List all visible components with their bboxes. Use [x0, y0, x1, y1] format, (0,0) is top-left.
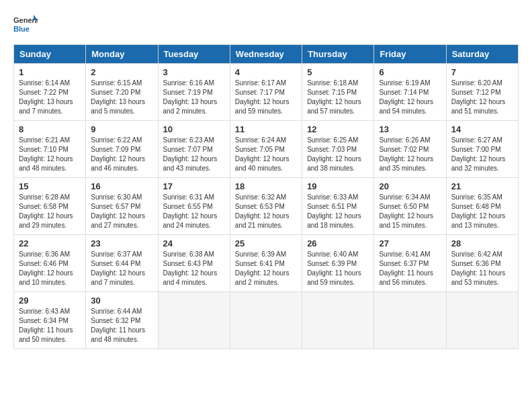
calendar-week-row: 22Sunrise: 6:36 AM Sunset: 6:46 PM Dayli…	[14, 235, 519, 292]
calendar-body: 1Sunrise: 6:14 AM Sunset: 7:22 PM Daylig…	[14, 64, 519, 349]
day-number: 14	[451, 124, 513, 134]
calendar-header-saturday: Saturday	[446, 45, 518, 64]
calendar-day: 16Sunrise: 6:30 AM Sunset: 6:57 PM Dayli…	[86, 178, 158, 235]
day-info: Sunrise: 6:43 AM Sunset: 6:34 PM Dayligh…	[19, 307, 81, 345]
calendar-day: 14Sunrise: 6:27 AM Sunset: 7:00 PM Dayli…	[446, 121, 518, 178]
day-number: 23	[91, 238, 152, 248]
day-number: 24	[163, 238, 225, 248]
day-number: 28	[451, 238, 513, 248]
page-header: General Blue	[13, 13, 519, 38]
calendar-day: 29Sunrise: 6:43 AM Sunset: 6:34 PM Dayli…	[14, 292, 86, 349]
calendar-day: 28Sunrise: 6:42 AM Sunset: 6:36 PM Dayli…	[446, 235, 518, 292]
day-info: Sunrise: 6:42 AM Sunset: 6:36 PM Dayligh…	[451, 250, 513, 287]
day-number: 13	[379, 124, 441, 134]
day-info: Sunrise: 6:37 AM Sunset: 6:44 PM Dayligh…	[91, 250, 152, 287]
calendar-day	[230, 292, 302, 349]
calendar-day: 6Sunrise: 6:19 AM Sunset: 7:14 PM Daylig…	[374, 64, 446, 121]
day-info: Sunrise: 6:24 AM Sunset: 7:05 PM Dayligh…	[235, 136, 297, 173]
day-info: Sunrise: 6:35 AM Sunset: 6:48 PM Dayligh…	[451, 193, 513, 230]
calendar-day	[302, 292, 374, 349]
calendar-day: 30Sunrise: 6:44 AM Sunset: 6:32 PM Dayli…	[86, 292, 158, 349]
calendar-day: 15Sunrise: 6:28 AM Sunset: 6:58 PM Dayli…	[14, 178, 86, 235]
calendar-day: 2Sunrise: 6:15 AM Sunset: 7:20 PM Daylig…	[86, 64, 158, 121]
day-info: Sunrise: 6:22 AM Sunset: 7:09 PM Dayligh…	[91, 136, 152, 173]
calendar-day: 22Sunrise: 6:36 AM Sunset: 6:46 PM Dayli…	[14, 235, 86, 292]
calendar-day: 20Sunrise: 6:34 AM Sunset: 6:50 PM Dayli…	[374, 178, 446, 235]
calendar-day: 12Sunrise: 6:25 AM Sunset: 7:03 PM Dayli…	[302, 121, 374, 178]
calendar-day: 7Sunrise: 6:20 AM Sunset: 7:12 PM Daylig…	[446, 64, 518, 121]
day-info: Sunrise: 6:39 AM Sunset: 6:41 PM Dayligh…	[235, 250, 297, 287]
svg-text:Blue: Blue	[13, 25, 30, 33]
day-number: 27	[379, 238, 441, 248]
day-info: Sunrise: 6:31 AM Sunset: 6:55 PM Dayligh…	[163, 193, 225, 230]
day-info: Sunrise: 6:23 AM Sunset: 7:07 PM Dayligh…	[163, 136, 225, 173]
day-number: 29	[19, 295, 81, 306]
day-info: Sunrise: 6:17 AM Sunset: 7:17 PM Dayligh…	[235, 79, 297, 116]
calendar-day: 24Sunrise: 6:38 AM Sunset: 6:43 PM Dayli…	[158, 235, 230, 292]
day-info: Sunrise: 6:26 AM Sunset: 7:02 PM Dayligh…	[379, 136, 441, 173]
day-number: 10	[163, 124, 225, 134]
day-info: Sunrise: 6:40 AM Sunset: 6:39 PM Dayligh…	[307, 250, 369, 287]
calendar-day: 11Sunrise: 6:24 AM Sunset: 7:05 PM Dayli…	[230, 121, 302, 178]
calendar-day: 23Sunrise: 6:37 AM Sunset: 6:44 PM Dayli…	[86, 235, 158, 292]
calendar-day: 19Sunrise: 6:33 AM Sunset: 6:51 PM Dayli…	[302, 178, 374, 235]
day-number: 18	[235, 181, 297, 191]
calendar-day: 4Sunrise: 6:17 AM Sunset: 7:17 PM Daylig…	[230, 64, 302, 121]
day-number: 8	[19, 124, 81, 134]
day-number: 21	[451, 181, 513, 191]
calendar-week-row: 15Sunrise: 6:28 AM Sunset: 6:58 PM Dayli…	[14, 178, 519, 235]
calendar-day: 5Sunrise: 6:18 AM Sunset: 7:15 PM Daylig…	[302, 64, 374, 121]
calendar-header-tuesday: Tuesday	[158, 45, 230, 64]
day-number: 30	[91, 295, 152, 306]
day-info: Sunrise: 6:36 AM Sunset: 6:46 PM Dayligh…	[19, 250, 81, 287]
logo-svg: General Blue	[13, 13, 38, 38]
day-info: Sunrise: 6:25 AM Sunset: 7:03 PM Dayligh…	[307, 136, 369, 173]
day-number: 3	[163, 67, 225, 77]
calendar-day	[374, 292, 446, 349]
day-number: 6	[379, 67, 441, 77]
day-number: 5	[307, 67, 369, 77]
calendar-header-sunday: Sunday	[14, 45, 86, 64]
day-info: Sunrise: 6:28 AM Sunset: 6:58 PM Dayligh…	[19, 193, 81, 230]
logo: General Blue	[13, 13, 38, 38]
day-info: Sunrise: 6:34 AM Sunset: 6:50 PM Dayligh…	[379, 193, 441, 230]
day-info: Sunrise: 6:16 AM Sunset: 7:19 PM Dayligh…	[163, 79, 225, 116]
day-number: 1	[19, 67, 81, 77]
day-info: Sunrise: 6:30 AM Sunset: 6:57 PM Dayligh…	[91, 193, 152, 230]
calendar-day: 8Sunrise: 6:21 AM Sunset: 7:10 PM Daylig…	[14, 121, 86, 178]
day-info: Sunrise: 6:15 AM Sunset: 7:20 PM Dayligh…	[91, 79, 152, 116]
calendar-day: 25Sunrise: 6:39 AM Sunset: 6:41 PM Dayli…	[230, 235, 302, 292]
calendar-day	[446, 292, 518, 349]
day-number: 11	[235, 124, 297, 134]
calendar-week-row: 1Sunrise: 6:14 AM Sunset: 7:22 PM Daylig…	[14, 64, 519, 121]
day-number: 19	[307, 181, 369, 191]
calendar-day: 3Sunrise: 6:16 AM Sunset: 7:19 PM Daylig…	[158, 64, 230, 121]
calendar-day: 17Sunrise: 6:31 AM Sunset: 6:55 PM Dayli…	[158, 178, 230, 235]
day-number: 2	[91, 67, 152, 77]
day-number: 22	[19, 238, 81, 248]
calendar-day: 1Sunrise: 6:14 AM Sunset: 7:22 PM Daylig…	[14, 64, 86, 121]
day-info: Sunrise: 6:44 AM Sunset: 6:32 PM Dayligh…	[91, 307, 152, 345]
day-number: 20	[379, 181, 441, 191]
calendar-header-thursday: Thursday	[302, 45, 374, 64]
day-info: Sunrise: 6:20 AM Sunset: 7:12 PM Dayligh…	[451, 79, 513, 116]
calendar-day: 18Sunrise: 6:32 AM Sunset: 6:53 PM Dayli…	[230, 178, 302, 235]
calendar-table: SundayMondayTuesdayWednesdayThursdayFrid…	[13, 44, 519, 349]
day-number: 9	[91, 124, 152, 134]
calendar-day: 9Sunrise: 6:22 AM Sunset: 7:09 PM Daylig…	[86, 121, 158, 178]
calendar-day: 26Sunrise: 6:40 AM Sunset: 6:39 PM Dayli…	[302, 235, 374, 292]
day-info: Sunrise: 6:21 AM Sunset: 7:10 PM Dayligh…	[19, 136, 81, 173]
calendar-day: 27Sunrise: 6:41 AM Sunset: 6:37 PM Dayli…	[374, 235, 446, 292]
calendar-day: 10Sunrise: 6:23 AM Sunset: 7:07 PM Dayli…	[158, 121, 230, 178]
day-number: 17	[163, 181, 225, 191]
calendar-header-row: SundayMondayTuesdayWednesdayThursdayFrid…	[14, 45, 519, 64]
day-info: Sunrise: 6:32 AM Sunset: 6:53 PM Dayligh…	[235, 193, 297, 230]
day-number: 12	[307, 124, 369, 134]
calendar-header-monday: Monday	[86, 45, 158, 64]
day-info: Sunrise: 6:33 AM Sunset: 6:51 PM Dayligh…	[307, 193, 369, 230]
calendar-header-wednesday: Wednesday	[230, 45, 302, 64]
calendar-header-friday: Friday	[374, 45, 446, 64]
day-info: Sunrise: 6:14 AM Sunset: 7:22 PM Dayligh…	[19, 79, 81, 116]
day-info: Sunrise: 6:41 AM Sunset: 6:37 PM Dayligh…	[379, 250, 441, 287]
calendar-day	[158, 292, 230, 349]
